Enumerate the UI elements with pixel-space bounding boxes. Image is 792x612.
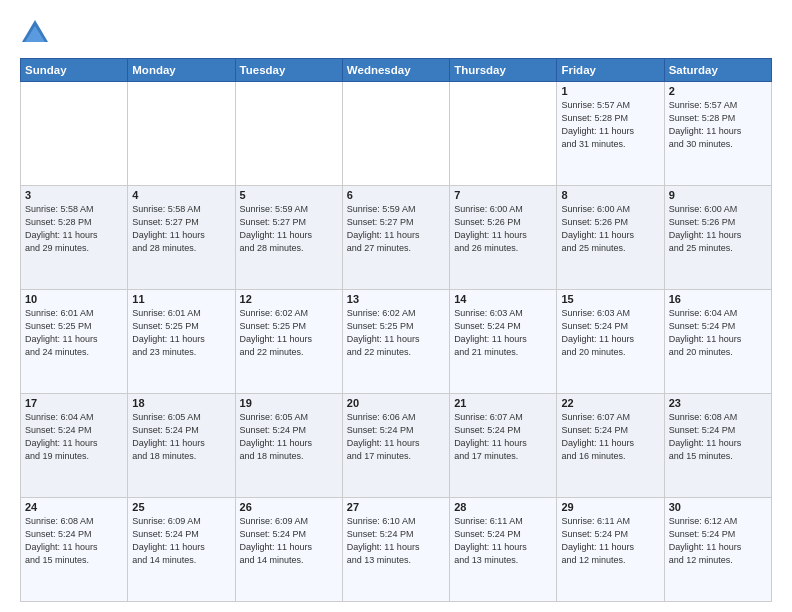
day-cell: 28Sunrise: 6:11 AM Sunset: 5:24 PM Dayli… — [450, 498, 557, 602]
day-number: 23 — [669, 397, 767, 409]
day-number: 27 — [347, 501, 445, 513]
day-cell: 18Sunrise: 6:05 AM Sunset: 5:24 PM Dayli… — [128, 394, 235, 498]
day-number: 1 — [561, 85, 659, 97]
calendar-header: SundayMondayTuesdayWednesdayThursdayFrid… — [21, 59, 772, 82]
day-cell: 16Sunrise: 6:04 AM Sunset: 5:24 PM Dayli… — [664, 290, 771, 394]
calendar-body: 1Sunrise: 5:57 AM Sunset: 5:28 PM Daylig… — [21, 82, 772, 602]
day-cell: 4Sunrise: 5:58 AM Sunset: 5:27 PM Daylig… — [128, 186, 235, 290]
day-info: Sunrise: 6:08 AM Sunset: 5:24 PM Dayligh… — [25, 515, 123, 567]
day-info: Sunrise: 6:03 AM Sunset: 5:24 PM Dayligh… — [454, 307, 552, 359]
day-info: Sunrise: 6:10 AM Sunset: 5:24 PM Dayligh… — [347, 515, 445, 567]
header-row: SundayMondayTuesdayWednesdayThursdayFrid… — [21, 59, 772, 82]
week-row-4: 24Sunrise: 6:08 AM Sunset: 5:24 PM Dayli… — [21, 498, 772, 602]
day-info: Sunrise: 6:07 AM Sunset: 5:24 PM Dayligh… — [454, 411, 552, 463]
day-info: Sunrise: 5:58 AM Sunset: 5:27 PM Dayligh… — [132, 203, 230, 255]
day-info: Sunrise: 6:09 AM Sunset: 5:24 PM Dayligh… — [132, 515, 230, 567]
day-number: 7 — [454, 189, 552, 201]
day-number: 12 — [240, 293, 338, 305]
day-info: Sunrise: 5:59 AM Sunset: 5:27 PM Dayligh… — [240, 203, 338, 255]
day-number: 4 — [132, 189, 230, 201]
day-number: 29 — [561, 501, 659, 513]
day-cell: 8Sunrise: 6:00 AM Sunset: 5:26 PM Daylig… — [557, 186, 664, 290]
day-cell: 14Sunrise: 6:03 AM Sunset: 5:24 PM Dayli… — [450, 290, 557, 394]
day-header-thursday: Thursday — [450, 59, 557, 82]
day-cell: 1Sunrise: 5:57 AM Sunset: 5:28 PM Daylig… — [557, 82, 664, 186]
day-info: Sunrise: 6:05 AM Sunset: 5:24 PM Dayligh… — [132, 411, 230, 463]
day-cell: 12Sunrise: 6:02 AM Sunset: 5:25 PM Dayli… — [235, 290, 342, 394]
day-cell: 26Sunrise: 6:09 AM Sunset: 5:24 PM Dayli… — [235, 498, 342, 602]
day-cell: 19Sunrise: 6:05 AM Sunset: 5:24 PM Dayli… — [235, 394, 342, 498]
day-info: Sunrise: 5:58 AM Sunset: 5:28 PM Dayligh… — [25, 203, 123, 255]
day-number: 11 — [132, 293, 230, 305]
day-number: 21 — [454, 397, 552, 409]
day-number: 22 — [561, 397, 659, 409]
header — [20, 18, 772, 48]
day-info: Sunrise: 6:08 AM Sunset: 5:24 PM Dayligh… — [669, 411, 767, 463]
day-info: Sunrise: 6:00 AM Sunset: 5:26 PM Dayligh… — [669, 203, 767, 255]
day-info: Sunrise: 6:06 AM Sunset: 5:24 PM Dayligh… — [347, 411, 445, 463]
day-cell: 11Sunrise: 6:01 AM Sunset: 5:25 PM Dayli… — [128, 290, 235, 394]
day-cell: 5Sunrise: 5:59 AM Sunset: 5:27 PM Daylig… — [235, 186, 342, 290]
day-cell: 27Sunrise: 6:10 AM Sunset: 5:24 PM Dayli… — [342, 498, 449, 602]
day-header-saturday: Saturday — [664, 59, 771, 82]
day-cell — [450, 82, 557, 186]
day-cell: 2Sunrise: 5:57 AM Sunset: 5:28 PM Daylig… — [664, 82, 771, 186]
day-cell: 3Sunrise: 5:58 AM Sunset: 5:28 PM Daylig… — [21, 186, 128, 290]
day-cell — [235, 82, 342, 186]
calendar-table: SundayMondayTuesdayWednesdayThursdayFrid… — [20, 58, 772, 602]
day-cell: 30Sunrise: 6:12 AM Sunset: 5:24 PM Dayli… — [664, 498, 771, 602]
day-cell: 6Sunrise: 5:59 AM Sunset: 5:27 PM Daylig… — [342, 186, 449, 290]
day-number: 13 — [347, 293, 445, 305]
day-cell: 15Sunrise: 6:03 AM Sunset: 5:24 PM Dayli… — [557, 290, 664, 394]
day-info: Sunrise: 6:12 AM Sunset: 5:24 PM Dayligh… — [669, 515, 767, 567]
day-number: 15 — [561, 293, 659, 305]
day-info: Sunrise: 6:00 AM Sunset: 5:26 PM Dayligh… — [454, 203, 552, 255]
day-cell: 17Sunrise: 6:04 AM Sunset: 5:24 PM Dayli… — [21, 394, 128, 498]
day-info: Sunrise: 5:57 AM Sunset: 5:28 PM Dayligh… — [669, 99, 767, 151]
day-cell: 7Sunrise: 6:00 AM Sunset: 5:26 PM Daylig… — [450, 186, 557, 290]
day-info: Sunrise: 6:07 AM Sunset: 5:24 PM Dayligh… — [561, 411, 659, 463]
day-info: Sunrise: 5:57 AM Sunset: 5:28 PM Dayligh… — [561, 99, 659, 151]
day-cell: 10Sunrise: 6:01 AM Sunset: 5:25 PM Dayli… — [21, 290, 128, 394]
day-info: Sunrise: 6:03 AM Sunset: 5:24 PM Dayligh… — [561, 307, 659, 359]
day-number: 17 — [25, 397, 123, 409]
day-number: 6 — [347, 189, 445, 201]
day-number: 14 — [454, 293, 552, 305]
day-info: Sunrise: 6:01 AM Sunset: 5:25 PM Dayligh… — [132, 307, 230, 359]
day-number: 8 — [561, 189, 659, 201]
day-number: 2 — [669, 85, 767, 97]
day-number: 28 — [454, 501, 552, 513]
logo-icon — [20, 18, 50, 48]
day-number: 26 — [240, 501, 338, 513]
day-cell: 23Sunrise: 6:08 AM Sunset: 5:24 PM Dayli… — [664, 394, 771, 498]
day-info: Sunrise: 6:00 AM Sunset: 5:26 PM Dayligh… — [561, 203, 659, 255]
day-info: Sunrise: 6:02 AM Sunset: 5:25 PM Dayligh… — [240, 307, 338, 359]
day-info: Sunrise: 6:04 AM Sunset: 5:24 PM Dayligh… — [25, 411, 123, 463]
day-number: 25 — [132, 501, 230, 513]
day-header-friday: Friday — [557, 59, 664, 82]
day-header-tuesday: Tuesday — [235, 59, 342, 82]
day-number: 16 — [669, 293, 767, 305]
page: SundayMondayTuesdayWednesdayThursdayFrid… — [0, 0, 792, 612]
week-row-1: 3Sunrise: 5:58 AM Sunset: 5:28 PM Daylig… — [21, 186, 772, 290]
day-number: 3 — [25, 189, 123, 201]
day-cell — [342, 82, 449, 186]
day-cell: 9Sunrise: 6:00 AM Sunset: 5:26 PM Daylig… — [664, 186, 771, 290]
day-number: 24 — [25, 501, 123, 513]
day-cell: 24Sunrise: 6:08 AM Sunset: 5:24 PM Dayli… — [21, 498, 128, 602]
day-info: Sunrise: 6:02 AM Sunset: 5:25 PM Dayligh… — [347, 307, 445, 359]
day-number: 30 — [669, 501, 767, 513]
day-number: 5 — [240, 189, 338, 201]
day-header-sunday: Sunday — [21, 59, 128, 82]
day-number: 10 — [25, 293, 123, 305]
week-row-0: 1Sunrise: 5:57 AM Sunset: 5:28 PM Daylig… — [21, 82, 772, 186]
day-info: Sunrise: 6:11 AM Sunset: 5:24 PM Dayligh… — [454, 515, 552, 567]
day-cell: 22Sunrise: 6:07 AM Sunset: 5:24 PM Dayli… — [557, 394, 664, 498]
day-cell: 13Sunrise: 6:02 AM Sunset: 5:25 PM Dayli… — [342, 290, 449, 394]
day-number: 9 — [669, 189, 767, 201]
day-cell: 21Sunrise: 6:07 AM Sunset: 5:24 PM Dayli… — [450, 394, 557, 498]
day-header-wednesday: Wednesday — [342, 59, 449, 82]
day-info: Sunrise: 6:11 AM Sunset: 5:24 PM Dayligh… — [561, 515, 659, 567]
day-number: 20 — [347, 397, 445, 409]
day-number: 19 — [240, 397, 338, 409]
